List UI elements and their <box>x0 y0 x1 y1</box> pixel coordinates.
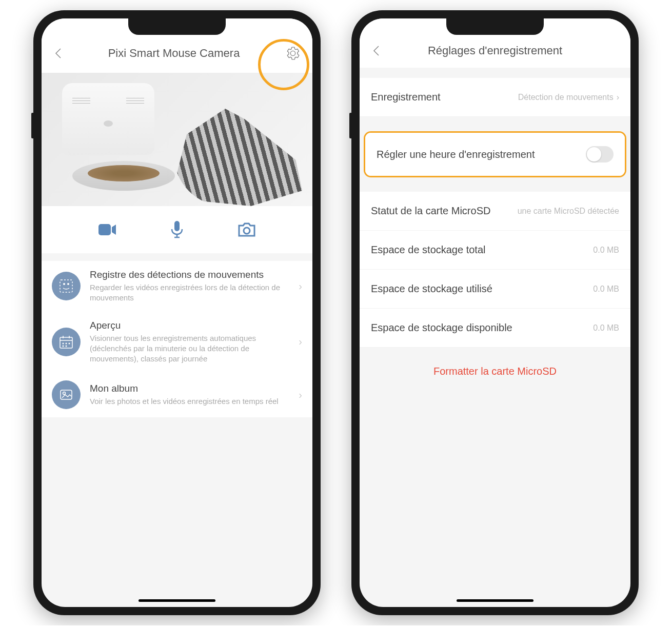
phone-left: Pixi Smart Mouse Camera <box>33 10 321 615</box>
setting-value: Détection de mouvements › <box>518 93 619 102</box>
svg-point-4 <box>63 283 65 285</box>
svg-point-10 <box>63 342 64 344</box>
list-item-desc: Regarder les vidéos enregistrées lors de… <box>90 282 289 303</box>
mic-icon <box>170 220 184 239</box>
svg-point-14 <box>66 345 67 347</box>
setting-value: 0.0 MB <box>593 285 619 294</box>
mic-button[interactable] <box>166 219 188 240</box>
back-button[interactable] <box>370 45 382 57</box>
list-item-desc: Visionner tous les enregistrements autom… <box>90 333 289 364</box>
home-indicator[interactable] <box>457 599 533 602</box>
notch <box>128 18 226 35</box>
schedule-toggle[interactable] <box>586 146 614 163</box>
list-item-desc: Voir les photos et les vidéos enregistré… <box>90 396 289 407</box>
settings-button[interactable] <box>284 44 302 63</box>
setting-row-storage-used: Espace de stockage utilisé 0.0 MB <box>360 270 630 309</box>
chevron-left-icon <box>54 48 62 59</box>
cat-illustration <box>174 104 302 206</box>
record-button[interactable] <box>96 219 118 240</box>
chevron-right-icon: › <box>299 389 302 401</box>
feature-list: Registre des détections de mouvements Re… <box>42 261 312 417</box>
setting-value: 0.0 MB <box>593 246 619 255</box>
phone-right: Réglages d'enregistrement Enregistrement… <box>351 10 639 615</box>
svg-point-13 <box>63 345 64 347</box>
svg-point-16 <box>63 392 66 395</box>
gear-icon <box>286 46 300 60</box>
svg-rect-3 <box>60 280 72 292</box>
chevron-right-icon: › <box>617 93 619 102</box>
svg-point-12 <box>69 342 70 344</box>
highlight-box: Régler une heure d'enregistrement <box>364 131 626 177</box>
album-icon <box>52 380 81 409</box>
home-indicator[interactable] <box>139 599 215 602</box>
setting-row-schedule[interactable]: Régler une heure d'enregistrement <box>365 133 625 176</box>
feeder-illustration <box>62 83 165 196</box>
format-sd-button[interactable]: Formatter la carte MicroSD <box>360 348 630 395</box>
setting-label: Espace de stockage disponible <box>371 322 593 334</box>
setting-label: Statut de la carte MicroSD <box>371 205 518 217</box>
setting-row-storage-total: Espace de stockage total 0.0 MB <box>360 231 630 270</box>
svg-rect-0 <box>98 224 111 235</box>
setting-value: 0.0 MB <box>593 323 619 333</box>
setting-label: Régler une heure d'enregistrement <box>377 149 586 160</box>
camera-preview[interactable] <box>42 73 312 206</box>
svg-point-5 <box>67 283 69 285</box>
setting-label: Espace de stockage total <box>371 244 593 256</box>
svg-point-2 <box>244 228 250 234</box>
svg-point-11 <box>66 342 67 344</box>
photo-button[interactable] <box>236 219 258 240</box>
list-item-title: Aperçu <box>90 320 289 331</box>
list-item-overview[interactable]: Aperçu Visionner tous les enregistrement… <box>42 312 312 373</box>
back-button[interactable] <box>52 47 64 59</box>
chevron-right-icon: › <box>299 336 302 348</box>
svg-rect-1 <box>174 221 180 231</box>
page-title: Pixi Smart Mouse Camera <box>64 47 284 60</box>
chevron-left-icon <box>372 45 380 56</box>
camera-controls <box>42 206 312 253</box>
page-title: Réglages d'enregistrement <box>382 44 608 57</box>
list-item-title: Mon album <box>90 383 289 394</box>
camera-icon <box>237 221 256 238</box>
list-item-motion-detection[interactable]: Registre des détections de mouvements Re… <box>42 261 312 312</box>
list-item-album[interactable]: Mon album Voir les photos et les vidéos … <box>42 372 312 417</box>
video-icon <box>97 222 117 237</box>
setting-row-recording[interactable]: Enregistrement Détection de mouvements › <box>360 78 630 117</box>
setting-label: Espace de stockage utilisé <box>371 283 593 295</box>
chevron-right-icon: › <box>299 280 302 292</box>
setting-label: Enregistrement <box>371 91 518 103</box>
calendar-icon <box>52 328 81 356</box>
list-item-title: Registre des détections de mouvements <box>90 269 289 280</box>
motion-detection-icon <box>52 272 81 300</box>
setting-value: une carte MicroSD détectée <box>518 207 619 216</box>
screen-left: Pixi Smart Mouse Camera <box>42 18 312 607</box>
notch <box>446 18 544 35</box>
screen-right: Réglages d'enregistrement Enregistrement… <box>360 18 630 607</box>
setting-row-storage-available: Espace de stockage disponible 0.0 MB <box>360 309 630 348</box>
setting-row-sd-status[interactable]: Statut de la carte MicroSD une carte Mic… <box>360 192 630 231</box>
